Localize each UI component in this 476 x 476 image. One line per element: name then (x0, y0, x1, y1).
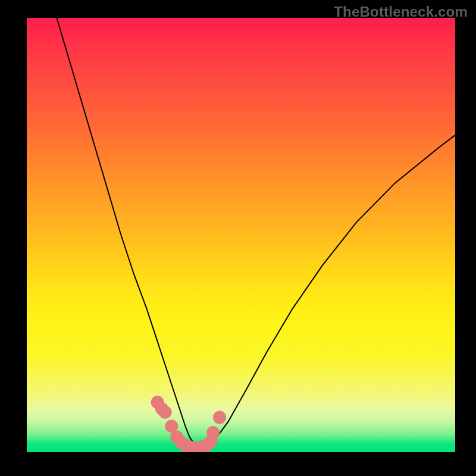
plot-area (27, 18, 455, 452)
marker-dot (159, 406, 172, 419)
marker-dot (213, 411, 226, 424)
bottleneck-curve (57, 18, 455, 448)
marker-layer (151, 396, 226, 452)
chart-frame: TheBottleneck.com (0, 0, 476, 476)
marker-dot (206, 426, 220, 439)
curve-line (57, 18, 455, 448)
chart-svg (27, 18, 455, 452)
